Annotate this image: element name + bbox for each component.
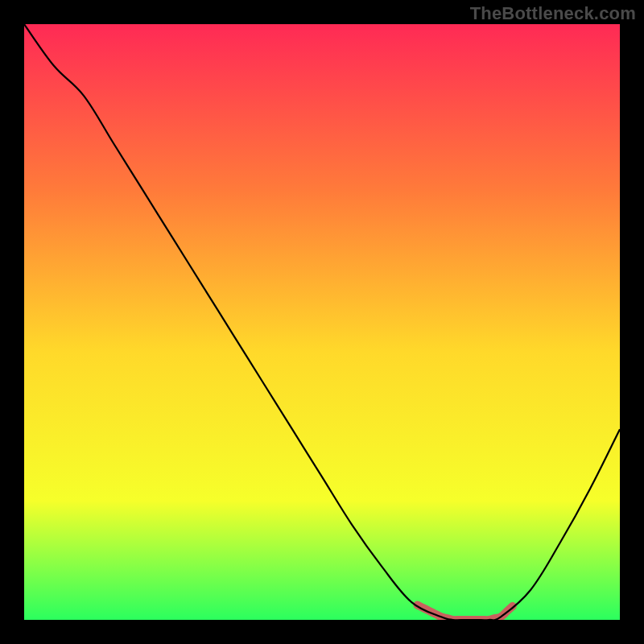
gradient-background — [24, 24, 620, 620]
chart-stage: TheBottleneck.com — [0, 0, 644, 644]
plot-area — [24, 24, 620, 620]
chart-svg — [24, 24, 620, 620]
watermark-text: TheBottleneck.com — [470, 3, 636, 24]
